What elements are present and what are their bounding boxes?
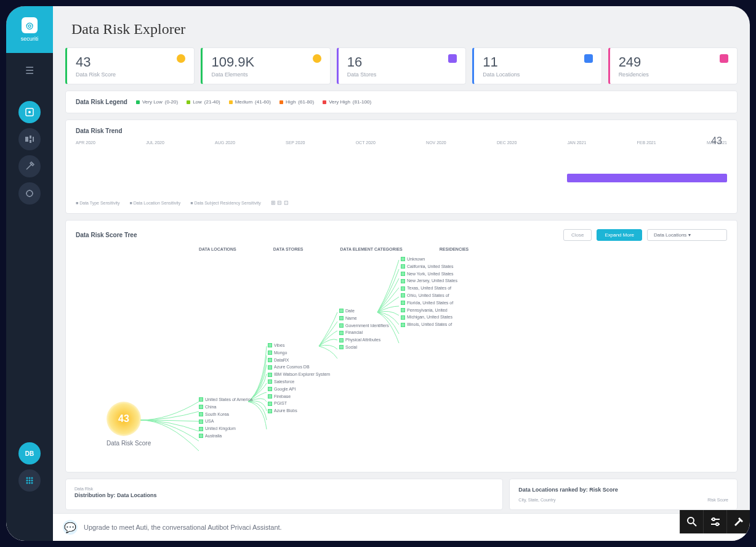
sun-icon	[177, 54, 185, 63]
close-button[interactable]: Close	[563, 229, 592, 241]
legend-item: Medium (41-60)	[229, 99, 271, 105]
chat-bubble-icon[interactable]: 💬	[63, 520, 78, 535]
tree-level4: Unknown California, United States New Yo…	[401, 256, 457, 329]
svg-point-8	[29, 477, 31, 479]
trend-axis: APR 2020JUL 2020AUG 2020SEP 2020OCT 2020…	[76, 140, 727, 145]
logo[interactable]: ◎ securiti	[6, 6, 53, 53]
svg-point-21	[716, 523, 718, 525]
trend-panel: Data Risk Trend 43 APR 2020JUL 2020AUG 2…	[65, 120, 738, 214]
sliders-icon[interactable]	[703, 510, 726, 533]
nav-item-2[interactable]	[18, 128, 41, 150]
apps-icon[interactable]	[18, 469, 41, 492]
svg-point-12	[31, 480, 33, 482]
page-title: Data Risk Explorer	[71, 21, 731, 38]
nav-item-3[interactable]	[18, 155, 41, 177]
sidebar: ◎ securiti ☰ DB	[6, 6, 53, 541]
coin-icon	[313, 54, 321, 63]
trend-bar	[567, 174, 727, 182]
legend-item: High (61-80)	[279, 99, 314, 105]
legend-title: Data Risk Legend	[76, 99, 127, 105]
trend-chart[interactable]: 43 APR 2020JUL 2020AUG 2020SEP 2020OCT 2…	[76, 140, 727, 196]
hammer-icon[interactable]	[726, 510, 750, 533]
svg-point-15	[31, 482, 33, 484]
expand-button[interactable]: Expand More	[597, 229, 642, 241]
user-avatar[interactable]: DB	[18, 442, 41, 464]
calendar-icon	[448, 54, 457, 63]
svg-point-11	[29, 480, 31, 482]
tree-visualization[interactable]: 43 Data Risk Score United States of Amer…	[76, 254, 727, 463]
tree-level1: United States of America China South Kor…	[199, 397, 252, 440]
svg-rect-2	[25, 137, 28, 142]
legend-panel: Data Risk Legend Very Low (0-20) Low (21…	[65, 91, 738, 113]
svg-point-10	[26, 480, 28, 482]
legend-item: Very Low (0-20)	[136, 99, 178, 105]
tree-columns: DATA LOCATIONSDATA STORESDATA ELEMENT CA…	[199, 247, 727, 251]
search-icon[interactable]	[680, 510, 703, 533]
tree-panel: Data Risk Score Tree Close Expand More D…	[65, 220, 738, 472]
svg-point-14	[29, 482, 31, 484]
svg-rect-5	[33, 137, 34, 142]
nav-item-1[interactable]	[18, 101, 41, 123]
trend-value: 43	[711, 136, 722, 147]
trend-footer: ■ Data Type Sensitivity ■ Data Location …	[76, 201, 727, 206]
stats-row: 43Data Risk Score 109.9KData Elements 16…	[65, 47, 738, 84]
footer-text: Upgrade to meet Auti, the conversational…	[84, 524, 282, 531]
ranking-panel: Data Locations ranked by: Risk Score Cit…	[509, 479, 738, 510]
trend-title: Data Risk Trend	[76, 128, 727, 134]
tree-level2: Vibes Mongo DataRX Azure Cosmos DB IBM W…	[268, 342, 330, 415]
stat-card-residencies[interactable]: 249Residencies	[608, 47, 738, 84]
footer-bar: 💬 Upgrade to meet Auti, the conversation…	[53, 513, 750, 541]
hamburger-icon[interactable]: ☰	[6, 58, 53, 83]
svg-point-20	[712, 518, 715, 521]
overlay-toolbar	[680, 510, 750, 533]
distribution-panel: Data Risk Distribution by: Data Location…	[65, 479, 503, 510]
tree-title: Data Risk Score Tree	[76, 232, 137, 238]
stat-card-locations[interactable]: 11Data Locations	[472, 47, 601, 84]
stat-card-risk-score[interactable]: 43Data Risk Score	[65, 47, 195, 84]
svg-line-17	[693, 523, 696, 526]
svg-rect-3	[30, 136, 31, 139]
logo-icon: ◎	[22, 17, 38, 33]
chat-icon	[720, 54, 728, 63]
root-node[interactable]: 43 Data Risk Score	[107, 402, 151, 447]
legend-item: Low (21-40)	[187, 99, 220, 105]
trend-controls[interactable]: ⊞ ⊟ ⊡	[271, 200, 289, 206]
svg-point-7	[26, 477, 28, 479]
tree-level3: Date Name Government Identifiers Financi…	[339, 308, 389, 352]
svg-point-1	[28, 111, 31, 113]
svg-rect-4	[30, 140, 31, 143]
svg-point-16	[688, 517, 694, 524]
stat-card-stores[interactable]: 16Data Stores	[337, 47, 466, 84]
logo-text: securiti	[21, 36, 39, 42]
svg-point-13	[26, 482, 28, 484]
svg-point-9	[31, 477, 33, 479]
legend-item: Very High (81-100)	[323, 99, 371, 105]
nav-item-4[interactable]	[18, 182, 41, 205]
stat-card-elements[interactable]: 109.9KData Elements	[201, 47, 330, 84]
pin-icon	[584, 54, 593, 63]
tree-dropdown[interactable]: Data Locations ▾	[647, 229, 727, 241]
